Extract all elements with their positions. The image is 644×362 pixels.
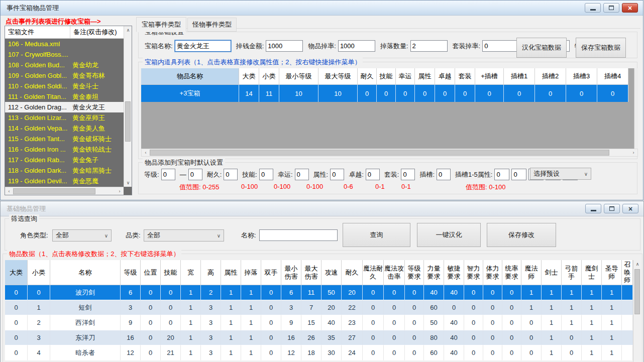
table-cell[interactable]: 1	[241, 300, 261, 315]
table-cell[interactable]: 0	[483, 285, 502, 300]
table-cell[interactable]: 0	[358, 85, 377, 102]
table-cell[interactable]: 6	[281, 285, 301, 300]
table-cell[interactable]: 1	[241, 285, 261, 300]
slot-input[interactable]	[437, 169, 451, 180]
table-cell[interactable]: 1	[602, 300, 622, 315]
list-item[interactable]: 109 - Golden Gobl...黄金哥布林	[5, 70, 124, 81]
table-cell[interactable]: 0	[384, 345, 405, 360]
table-cell[interactable]: 0	[141, 300, 161, 315]
table-cell[interactable]	[622, 315, 633, 330]
scrollbar-thumb[interactable]	[634, 269, 640, 314]
table-cell[interactable]: 暗杀者	[50, 345, 121, 360]
table-cell[interactable]: 1	[542, 300, 562, 315]
table-cell[interactable]: 26	[301, 330, 321, 345]
table-cell[interactable]: 60	[424, 300, 444, 315]
column-header-note[interactable]: 备注(双击修改)	[70, 28, 124, 37]
table-cell[interactable]	[622, 285, 633, 300]
table-cell[interactable]: 0	[566, 85, 597, 102]
localize-chest-data-button[interactable]: 汉化宝箱数据	[516, 38, 567, 58]
scroll-right-icon[interactable]: ›	[629, 149, 637, 157]
table-cell[interactable]: 0	[502, 345, 521, 360]
excellent-input[interactable]	[366, 169, 380, 180]
column-header[interactable]: 力量要求	[424, 260, 444, 285]
table-row[interactable]: 00波刃剑600121106115020000404000011111	[5, 285, 633, 300]
titlebar[interactable]: 事件宝箱物品管理 ×	[1, 1, 643, 16]
table-cell[interactable]: 0	[502, 300, 521, 315]
table-cell[interactable]: 1	[562, 300, 582, 315]
table-cell[interactable]: 1	[181, 315, 201, 330]
table-cell[interactable]: 1	[562, 285, 582, 300]
column-header[interactable]: 体力要求	[483, 260, 502, 285]
list-item[interactable]: 113 - Golden Lizar...黄金巫师王	[5, 112, 124, 123]
attribute-input[interactable]	[330, 169, 344, 180]
table-cell[interactable]: 1	[181, 285, 201, 300]
table-cell[interactable]: 0	[405, 300, 424, 315]
column-header[interactable]: 最小等级	[279, 68, 318, 85]
table-cell[interactable]: 0	[464, 330, 483, 345]
table-cell[interactable]: 0	[483, 345, 502, 360]
table-cell[interactable]: 23	[342, 315, 363, 330]
table-cell[interactable]: 波刃剑	[50, 285, 121, 300]
column-header[interactable]: 大类	[5, 260, 28, 285]
table-row[interactable]: 04暗杀者120211311012183024000604000001011	[5, 345, 633, 360]
table-cell[interactable]: 27	[342, 330, 363, 345]
column-header[interactable]: 技能	[161, 260, 181, 285]
table-cell[interactable]: 3	[121, 300, 141, 315]
category-select[interactable]: 全部 ∨	[144, 229, 224, 242]
column-header[interactable]: 小类	[259, 68, 279, 85]
column-header[interactable]: 插槽3	[566, 68, 597, 85]
table-cell[interactable]: 4	[28, 345, 50, 360]
table-cell[interactable]: 1	[602, 345, 622, 360]
column-header[interactable]: 最大伤害	[301, 260, 321, 285]
list-item[interactable]: 114 - Golden Vepa...黄金美人鱼	[5, 123, 124, 134]
file-list-horizontal-scrollbar[interactable]: ‹ ›	[5, 187, 124, 195]
table-cell[interactable]: 0	[562, 345, 582, 360]
table-cell[interactable]: 1	[181, 345, 201, 360]
table-cell[interactable]: 1	[562, 315, 582, 330]
item-drop-rate-input[interactable]	[338, 40, 375, 52]
maximize-button[interactable]	[604, 204, 620, 213]
column-header[interactable]: 双手	[261, 260, 281, 285]
table-cell[interactable]: 16	[281, 330, 301, 345]
column-header[interactable]: 卓越	[435, 68, 455, 85]
column-header[interactable]: 属性	[221, 260, 241, 285]
scrollbar-thumb[interactable]	[150, 150, 609, 156]
column-header[interactable]: 位置	[141, 260, 161, 285]
table-cell[interactable]: 1	[542, 315, 562, 330]
table-cell[interactable]: 3	[201, 315, 221, 330]
column-header[interactable]: +插槽	[475, 68, 504, 85]
table-cell[interactable]: 0	[405, 315, 424, 330]
table-cell[interactable]: 24	[342, 345, 363, 360]
scroll-left-icon[interactable]: ‹	[5, 187, 13, 195]
column-header-file[interactable]: 宝箱文件	[5, 26, 70, 38]
column-header[interactable]: 宽	[181, 260, 201, 285]
table-cell[interactable]: 1	[241, 330, 261, 345]
scroll-right-icon[interactable]: ›	[116, 187, 124, 195]
table-cell[interactable]: 0	[455, 85, 475, 102]
list-item[interactable]: 108 - Golden Bud...黄金幼龙	[5, 60, 124, 70]
table-cell[interactable]: 1	[582, 345, 602, 360]
table-cell[interactable]: 0	[502, 285, 521, 300]
table-cell[interactable]: 20	[161, 330, 181, 345]
table-cell[interactable]: 20	[342, 285, 363, 300]
file-list-vertical-scrollbar[interactable]: ∧ ∨	[124, 26, 132, 187]
table-cell[interactable]: 1	[582, 330, 602, 345]
table-cell[interactable]: 0	[384, 300, 405, 315]
list-item[interactable]: 111 - Golden Titan...黄金泰坦	[5, 91, 124, 102]
table-cell[interactable]: 0	[261, 300, 281, 315]
titlebar[interactable]: 基础物品管理 ×	[1, 201, 643, 216]
preset-select[interactable]: 选择预设 ∨	[530, 168, 591, 180]
column-header[interactable]: 弓箭手	[562, 260, 582, 285]
column-header[interactable]: 属性	[415, 68, 435, 85]
table-cell[interactable]: 12	[121, 345, 141, 360]
scroll-up-icon[interactable]: ∧	[124, 26, 132, 34]
table-cell[interactable]: 0	[464, 315, 483, 330]
tab-chest-event-type[interactable]: 宝箱事件类型	[136, 17, 186, 32]
slot-attr-2-input[interactable]	[511, 169, 526, 180]
table-cell[interactable]: 0	[5, 345, 28, 360]
table-cell[interactable]: 1	[582, 300, 602, 315]
table-cell[interactable]: 22	[342, 300, 363, 315]
column-header[interactable]: 小类	[28, 260, 50, 285]
table-cell[interactable]: 2	[201, 285, 221, 300]
column-header[interactable]: 统率要求	[502, 260, 521, 285]
